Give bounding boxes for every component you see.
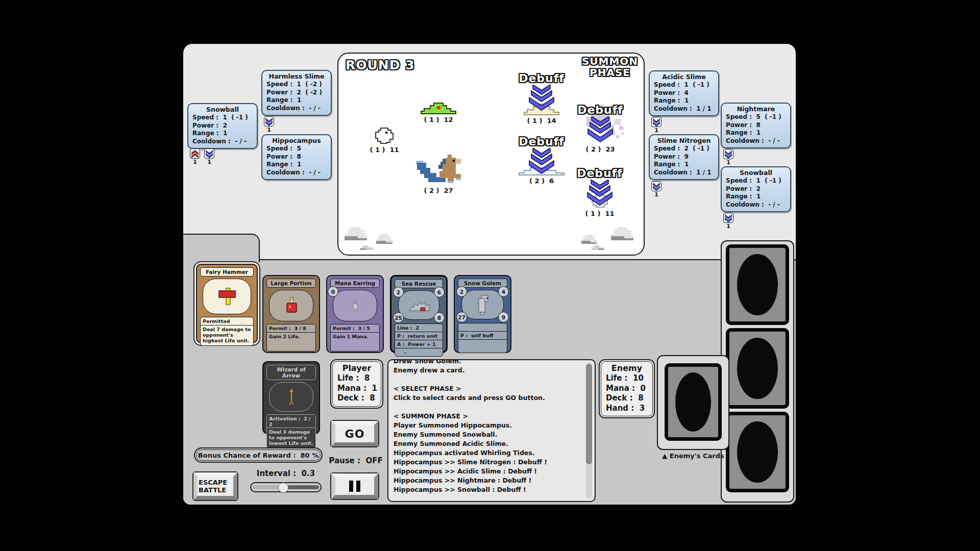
debuff-badge: 1 bbox=[723, 149, 734, 166]
stat-row-speed: Speed : 1 ( -1 ) bbox=[192, 114, 253, 122]
log-scrollbar-thumb[interactable] bbox=[586, 364, 592, 464]
stat-card-title: Hippocampus bbox=[266, 137, 327, 144]
stat-row-speed: Speed : 2 ( -1 ) bbox=[654, 145, 714, 153]
debuff-icon bbox=[204, 148, 214, 159]
snowball-enemy-status-badges: 1 bbox=[723, 213, 734, 230]
log-scrollbar[interactable] bbox=[586, 363, 592, 498]
card-large-portion[interactable]: Large Portion Permit : 3 / 8 Gain 2 Life… bbox=[262, 275, 320, 353]
battle-log: Drew Snow Golem. Enemy drew a card. < SE… bbox=[387, 359, 596, 502]
log-line: < SELECT PHASE > bbox=[394, 384, 581, 393]
enemy-deck: Deck : 8 bbox=[606, 393, 648, 404]
card-text-plate: Activation : 2 / 2 Deal 3 damage to oppo… bbox=[266, 414, 316, 448]
debuff-count: 1 bbox=[654, 191, 658, 198]
enemy-card-back[interactable] bbox=[726, 412, 789, 492]
stat-card-snowball-enemy[interactable]: Snowball Speed : 1 ( -1 ) Power : 2 Rang… bbox=[721, 166, 791, 212]
card-badge-top-left: 0 bbox=[328, 286, 338, 297]
unit-green-slime[interactable]: ( 1 ) 12 bbox=[415, 101, 462, 123]
stat-row-speed: Speed : 1 ( -2 ) bbox=[266, 81, 327, 89]
go-button[interactable]: GO bbox=[330, 420, 379, 447]
stat-card-acidic-slime[interactable]: Acidic Slime Speed : 1 ( -1 ) Power : 4 … bbox=[649, 70, 719, 116]
enemy-card-strip bbox=[721, 240, 794, 503]
card-line bbox=[458, 323, 507, 332]
stat-card-title: Snowball bbox=[192, 106, 253, 113]
card-title: Large Portion bbox=[266, 279, 316, 288]
stat-card-hippocampus[interactable]: Hippocampus Speed : 5 Power : 8 Range : … bbox=[261, 134, 332, 180]
stat-card-title: Nightmare bbox=[726, 105, 786, 113]
card-mana-earring[interactable]: Mana Earring 0 Permit : 3 / 5 Gain 1 Man… bbox=[326, 275, 384, 353]
card-art: 2 6 25 8 bbox=[398, 290, 439, 320]
card-description: Deal 3 damage to opponent's lowest Life … bbox=[267, 428, 315, 448]
slider-thumb[interactable] bbox=[278, 483, 288, 493]
enemy-card-back[interactable] bbox=[726, 328, 789, 409]
snowball-sprite bbox=[375, 127, 394, 144]
card-sea-rescue[interactable]: Sea Rescue 2 6 25 8 Line : 2 P : return … bbox=[390, 275, 448, 353]
player-life: Life : 8 bbox=[337, 373, 376, 384]
debuff-icon bbox=[651, 117, 662, 127]
enemy-card-back[interactable] bbox=[726, 244, 789, 325]
unit-pale-slime-debuffed[interactable]: Debuff ( 2 ) 6 bbox=[510, 135, 573, 185]
stat-row-range: Range : 1 bbox=[192, 130, 253, 138]
stat-card-title: Harmless Slime bbox=[266, 72, 327, 80]
escape-battle-button[interactable]: ESCAPE BATTLE bbox=[192, 471, 238, 501]
rock-terrain-small bbox=[359, 244, 374, 251]
unit-cream-slime-debuffed[interactable]: Debuff ( 1 ) 14 bbox=[511, 72, 572, 124]
phase-line1: SUMMON bbox=[580, 56, 640, 67]
buff-count: 1 bbox=[193, 159, 197, 165]
rock-terrain bbox=[342, 226, 369, 241]
unit-nightmare-debuffed[interactable]: Debuff ( 2 ) 23 bbox=[569, 104, 631, 153]
log-line: Drew Snow Golem. bbox=[394, 359, 581, 366]
card-snow-golem[interactable]: Snow Golem 2 4 27 9 P : self buff bbox=[454, 275, 511, 353]
stat-row-range: Range : 1 bbox=[726, 193, 786, 201]
card-activation: Activation : 2 / 2 bbox=[267, 415, 315, 428]
unit-white-snowball[interactable]: ( 1 ) 11 bbox=[363, 127, 406, 154]
left-step-panel bbox=[183, 234, 260, 262]
log-line: Hippocampus >> Slime Nitrogen : Debuff ! bbox=[394, 458, 581, 467]
enemy-mana: Mana : 0 bbox=[606, 384, 648, 394]
card-wizard-of-arrow[interactable]: Wizard of Arrow Activation : 2 / 2 Deal … bbox=[262, 361, 320, 434]
card-passive: P : self buff bbox=[458, 332, 507, 340]
stat-row-power: Power : 9 bbox=[654, 153, 714, 161]
stat-row-power: Power : 4 bbox=[654, 89, 714, 97]
debuff-label: Debuff bbox=[519, 135, 565, 148]
debuff-icon bbox=[723, 213, 733, 223]
stat-row-power: Power : 8 bbox=[266, 153, 327, 161]
stat-card-harmless-slime[interactable]: Harmless Slime Speed : 1 ( -2 ) Power : … bbox=[261, 70, 332, 116]
stat-card-nightmare[interactable]: Nightmare Speed : 5 ( -1 ) Power : 8 Ran… bbox=[721, 103, 791, 148]
card-fairy-hammer[interactable]: Fairy Hammer Permitted Deal 7 damage to … bbox=[196, 264, 258, 343]
game-screen: ROUND 3 SUMMON PHASE ( 1 ) 12 ( 1 ) 11 bbox=[0, 0, 980, 551]
stat-card-title: Slime Nitrogen bbox=[654, 137, 714, 144]
unit-count-label: ( 1 ) 11 bbox=[370, 146, 399, 154]
stat-card-slime-nitrogen[interactable]: Slime Nitrogen Speed : 2 ( -1 ) Power : … bbox=[649, 134, 719, 180]
unit-enemy-snowball-debuffed[interactable]: Debuff ( 1 ) 11 bbox=[569, 167, 630, 217]
card-extra bbox=[458, 340, 507, 353]
debuff-count: 1 bbox=[726, 223, 730, 230]
stat-card-snowball-ally[interactable]: Snowball Speed : 1 ( -1 ) Power : 2 Rang… bbox=[187, 103, 258, 149]
rock-terrain bbox=[579, 234, 599, 244]
debuff-badge: 1 bbox=[651, 117, 662, 134]
card-title: Mana Earring bbox=[330, 279, 380, 288]
card-text-plate: Permitted Deal 7 damage to opponent's hi… bbox=[200, 317, 254, 346]
debuff-chevrons-icon bbox=[586, 180, 613, 206]
interval-slider[interactable] bbox=[250, 482, 322, 492]
enemy-panel: Enemy Life : 10 Mana : 0 Deck : 8 Hand :… bbox=[599, 359, 655, 418]
hammer-icon bbox=[216, 287, 238, 306]
battle-window: ROUND 3 SUMMON PHASE ( 1 ) 12 ( 1 ) 11 bbox=[183, 44, 796, 505]
enemy-card-back[interactable] bbox=[665, 363, 722, 441]
card-badge-mid-right: 9 bbox=[498, 312, 509, 322]
debuff-icon bbox=[264, 116, 274, 127]
stat-row-range: Range : 1 bbox=[654, 161, 714, 169]
card-back-oval bbox=[737, 338, 777, 399]
stat-row-cooldown: Cooldown : 1 / 1 bbox=[654, 169, 714, 177]
log-line: < SUMMON PHASE > bbox=[394, 412, 581, 421]
harmless-slime-status-badges: 1 bbox=[263, 116, 275, 133]
enemy-cards-label: ▲ Enemy's Cards bbox=[654, 452, 732, 460]
unit-count-label: ( 1 ) 11 bbox=[585, 210, 614, 217]
debuff-label: Debuff bbox=[519, 72, 565, 85]
round-label: ROUND 3 bbox=[346, 58, 415, 72]
stat-row-cooldown: Cooldown : 1 / 1 bbox=[654, 105, 714, 113]
unit-hippocampus[interactable]: ( 2 ) 27 bbox=[413, 154, 464, 194]
stat-row-speed: Speed : 1 ( -1 ) bbox=[726, 177, 786, 185]
enemy-title: Enemy bbox=[606, 363, 648, 373]
pause-button[interactable] bbox=[330, 472, 379, 500]
buff-badge: 1 bbox=[189, 148, 201, 165]
